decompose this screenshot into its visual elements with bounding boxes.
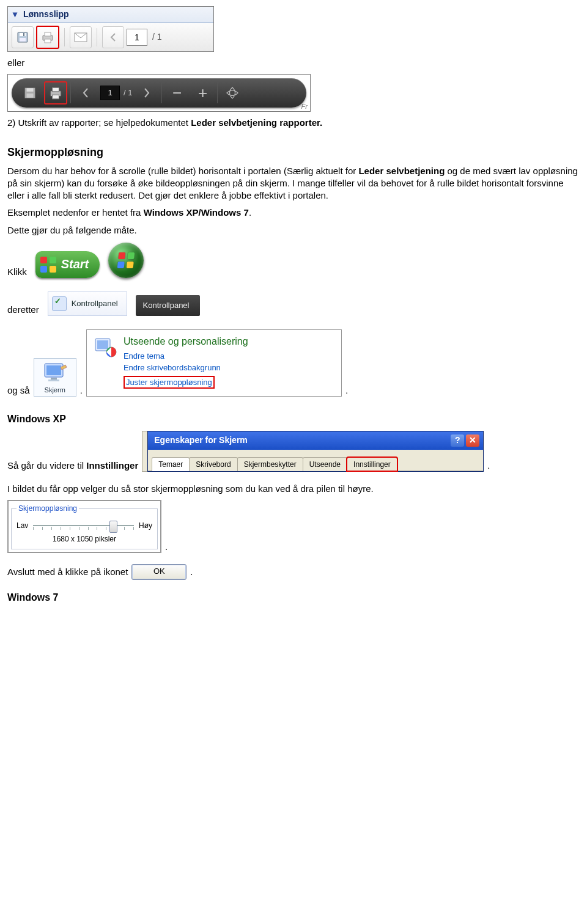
label-low: Lav (17, 521, 28, 530)
separator (161, 82, 162, 103)
save-icon[interactable] (19, 82, 41, 104)
text-avslutt: Avslutt med å klikke på ikonet (7, 566, 128, 578)
text-para3: Dette gjør du på følgende måte. (7, 224, 580, 237)
dot: . (345, 384, 348, 397)
zoom-in-icon[interactable]: + (191, 82, 213, 104)
next-page-icon[interactable] (136, 82, 158, 104)
separator (64, 28, 65, 46)
resolution-slider[interactable] (33, 519, 134, 532)
svg-rect-9 (27, 88, 34, 92)
separator (70, 82, 71, 103)
start-button-xp[interactable]: Start (35, 251, 100, 278)
heading-windows-xp: Windows XP (7, 413, 580, 426)
slider-thumb[interactable] (109, 521, 117, 533)
pdf-toolbar-dark: 1 / 1 − + Fr (7, 74, 311, 112)
separator (217, 82, 218, 103)
text-xp-after: I bildet du får opp velger du så stor sk… (7, 483, 580, 495)
acrobat-icon[interactable] (221, 82, 243, 104)
dot: . (165, 541, 168, 553)
svg-rect-17 (48, 380, 59, 381)
ok-button[interactable]: OK (131, 564, 186, 580)
start-label: Start (61, 256, 89, 273)
resolution-value: 1680 x 1050 piksler (17, 534, 152, 544)
pdf-toolbar-light: ▾ Lønnsslipp / 1 (7, 6, 214, 52)
text-line2: 2) Utskrift av rapporter; se hjelpedokum… (7, 117, 580, 129)
dot: . (80, 384, 83, 397)
windows-flag-icon (40, 257, 56, 273)
svg-rect-6 (45, 39, 51, 43)
help-icon[interactable]: ? (451, 435, 464, 447)
start-orb-vista[interactable] (108, 243, 144, 278)
link-endre-tema[interactable]: Endre tema (124, 351, 248, 362)
panel-title: ▾ Lønnsslipp (8, 7, 213, 23)
svg-rect-13 (53, 95, 59, 99)
collapse-icon[interactable]: ▾ (13, 9, 17, 19)
svg-rect-19 (97, 340, 108, 349)
footnote: Fr (301, 102, 308, 111)
display-label: Skjerm (45, 386, 65, 394)
print-icon[interactable] (36, 26, 59, 49)
save-icon[interactable] (12, 26, 34, 48)
appearance-panel: Utseende og personalisering Endre tema E… (86, 329, 342, 397)
svg-rect-1 (20, 33, 26, 36)
label-deretter: deretter (7, 304, 39, 316)
tab-bar: Temaer Skrivebord Skjermbeskytter Utseen… (148, 450, 483, 471)
page-total: / 1 (124, 87, 132, 98)
svg-rect-12 (53, 87, 59, 92)
window-edge (142, 431, 147, 472)
control-panel-label: Kontrollpanel (72, 298, 118, 309)
tab-skrivebord[interactable]: Skrivebord (189, 457, 237, 471)
windows-flag-icon (117, 252, 135, 268)
separator (97, 28, 97, 46)
page-number-input[interactable]: 1 (100, 86, 120, 100)
dot: . (487, 460, 490, 472)
print-icon[interactable] (45, 82, 67, 104)
prev-page-icon[interactable] (75, 82, 97, 104)
control-panel-label: Kontrollpanel (143, 300, 190, 311)
display-icon-xp[interactable]: Skjerm (34, 358, 76, 397)
control-panel-xp[interactable]: Kontrollpanel (48, 292, 127, 316)
link-juster-opplosning[interactable]: Juster skjermoppløsning (124, 376, 215, 389)
resolution-legend: Skjermoppløsning (17, 504, 79, 513)
text-xp-goto: Så går du videre til Innstillinger (7, 460, 138, 472)
control-panel-icon (52, 296, 67, 311)
svg-rect-10 (27, 94, 34, 98)
tab-temaer[interactable]: Temaer (152, 457, 190, 471)
close-icon[interactable]: ✕ (466, 435, 479, 447)
heading-windows-7: Windows 7 (7, 591, 580, 604)
dot: . (190, 566, 193, 578)
appearance-icon (93, 335, 117, 359)
tab-innstillinger[interactable]: Innstillinger (347, 457, 397, 471)
tab-utseende[interactable]: Utseende (303, 457, 347, 471)
label-klikk: Klikk (7, 266, 27, 278)
page-total: / 1 (152, 31, 162, 43)
mail-icon[interactable] (70, 26, 92, 48)
display-properties-window: Egenskaper for Skjerm ? ✕ Temaer Skriveb… (147, 431, 484, 472)
heading-skjermopplosning: Skjermoppløsning (7, 145, 580, 160)
label-og-sa: og så (7, 384, 30, 397)
svg-rect-16 (51, 378, 57, 380)
zoom-out-icon[interactable]: − (166, 82, 188, 104)
page-number-input[interactable] (127, 29, 147, 46)
svg-rect-2 (20, 38, 26, 42)
tab-skjermbeskytter[interactable]: Skjermbeskytter (237, 457, 303, 471)
appearance-heading: Utseende og personalisering (124, 335, 248, 348)
svg-rect-5 (45, 32, 51, 36)
text-para1: Dersom du har behov for å scrolle (rulle… (7, 165, 580, 202)
text-eller: eller (7, 57, 580, 69)
svg-rect-15 (46, 365, 61, 375)
panel-title-text: Lønnsslipp (23, 9, 69, 19)
resolution-groupbox: Skjermoppløsning Lav Høy 1680 x 1050 pik… (7, 500, 161, 553)
control-panel-7[interactable]: Kontrollpanel (136, 295, 201, 316)
svg-rect-3 (23, 33, 24, 36)
label-high: Høy (139, 521, 152, 530)
link-endre-bakgrunn[interactable]: Endre skrivebordsbakgrunn (124, 362, 248, 373)
window-title: Egenskaper for Skjerm (154, 435, 248, 446)
text-para2: Eksemplet nedenfor er hentet fra Windows… (7, 207, 580, 219)
prev-page-icon[interactable] (102, 26, 124, 48)
